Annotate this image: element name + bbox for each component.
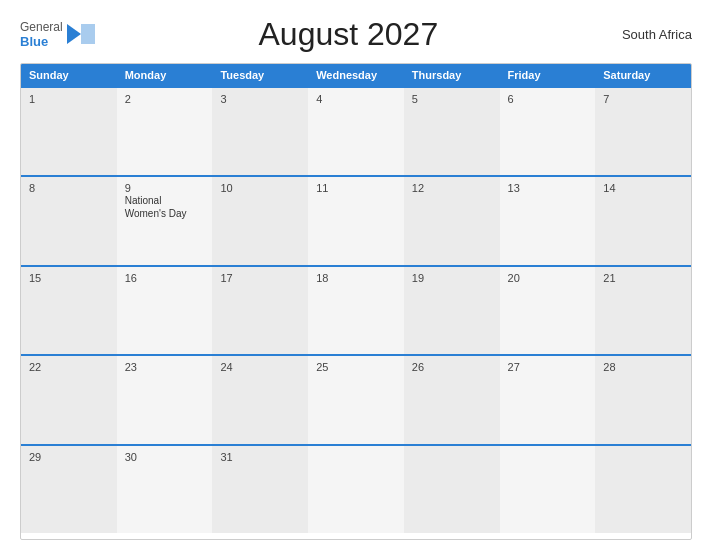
calendar-cell: 13 <box>500 177 596 264</box>
day-number: 9 <box>125 182 205 194</box>
day-header-wednesday: Wednesday <box>308 64 404 86</box>
day-number: 28 <box>603 361 683 373</box>
calendar-week-2: 89National Women's Day1011121314 <box>21 175 691 264</box>
calendar-cell: 30 <box>117 446 213 533</box>
day-number: 6 <box>508 93 588 105</box>
day-number: 27 <box>508 361 588 373</box>
day-number: 14 <box>603 182 683 194</box>
calendar-cell: 3 <box>212 88 308 175</box>
day-number: 4 <box>316 93 396 105</box>
calendar-cell: 31 <box>212 446 308 533</box>
calendar-cell: 25 <box>308 356 404 443</box>
day-header-monday: Monday <box>117 64 213 86</box>
calendar-cell: 20 <box>500 267 596 354</box>
calendar-cell: 6 <box>500 88 596 175</box>
svg-marker-0 <box>67 24 81 44</box>
day-number: 11 <box>316 182 396 194</box>
day-number: 31 <box>220 451 300 463</box>
calendar-event: National Women's Day <box>125 195 187 219</box>
calendar-cell: 15 <box>21 267 117 354</box>
calendar-cell: 16 <box>117 267 213 354</box>
calendar: SundayMondayTuesdayWednesdayThursdayFrid… <box>20 63 692 540</box>
svg-marker-1 <box>81 24 95 44</box>
calendar-body: 123456789National Women's Day10111213141… <box>21 86 691 533</box>
calendar-cell: 5 <box>404 88 500 175</box>
calendar-cell: 8 <box>21 177 117 264</box>
logo-general: General <box>20 20 63 34</box>
calendar-cell: 24 <box>212 356 308 443</box>
calendar-cell: 7 <box>595 88 691 175</box>
logo-text: General Blue <box>20 20 63 50</box>
calendar-cell <box>500 446 596 533</box>
calendar-cell: 12 <box>404 177 500 264</box>
day-number: 18 <box>316 272 396 284</box>
calendar-cell: 22 <box>21 356 117 443</box>
calendar-cell: 21 <box>595 267 691 354</box>
calendar-cell: 26 <box>404 356 500 443</box>
month-title: August 2027 <box>95 16 602 53</box>
day-number: 19 <box>412 272 492 284</box>
calendar-cell: 18 <box>308 267 404 354</box>
day-header-sunday: Sunday <box>21 64 117 86</box>
day-number: 20 <box>508 272 588 284</box>
day-number: 5 <box>412 93 492 105</box>
day-number: 13 <box>508 182 588 194</box>
day-number: 22 <box>29 361 109 373</box>
day-header-friday: Friday <box>500 64 596 86</box>
calendar-week-1: 1234567 <box>21 86 691 175</box>
day-header-saturday: Saturday <box>595 64 691 86</box>
day-number: 16 <box>125 272 205 284</box>
header: General Blue August 2027 South Africa <box>20 16 692 53</box>
calendar-cell: 1 <box>21 88 117 175</box>
calendar-cell: 14 <box>595 177 691 264</box>
day-header-thursday: Thursday <box>404 64 500 86</box>
calendar-cell: 17 <box>212 267 308 354</box>
calendar-cell: 10 <box>212 177 308 264</box>
country-label: South Africa <box>602 27 692 42</box>
page: General Blue August 2027 South Africa Su… <box>0 0 712 550</box>
calendar-cell: 9National Women's Day <box>117 177 213 264</box>
day-number: 17 <box>220 272 300 284</box>
day-number: 8 <box>29 182 109 194</box>
logo-flag-icon <box>67 24 95 44</box>
calendar-cell <box>404 446 500 533</box>
calendar-cell: 23 <box>117 356 213 443</box>
logo-blue: Blue <box>20 34 48 49</box>
calendar-cell: 2 <box>117 88 213 175</box>
day-number: 26 <box>412 361 492 373</box>
day-header-tuesday: Tuesday <box>212 64 308 86</box>
day-number: 23 <box>125 361 205 373</box>
day-number: 12 <box>412 182 492 194</box>
day-number: 30 <box>125 451 205 463</box>
calendar-cell: 29 <box>21 446 117 533</box>
calendar-cell: 11 <box>308 177 404 264</box>
calendar-cell: 27 <box>500 356 596 443</box>
day-number: 25 <box>316 361 396 373</box>
calendar-week-3: 15161718192021 <box>21 265 691 354</box>
day-number: 7 <box>603 93 683 105</box>
day-number: 24 <box>220 361 300 373</box>
calendar-header: SundayMondayTuesdayWednesdayThursdayFrid… <box>21 64 691 86</box>
calendar-cell: 19 <box>404 267 500 354</box>
day-number: 1 <box>29 93 109 105</box>
day-number: 3 <box>220 93 300 105</box>
calendar-cell <box>308 446 404 533</box>
day-number: 2 <box>125 93 205 105</box>
day-number: 21 <box>603 272 683 284</box>
logo: General Blue <box>20 20 95 50</box>
day-number: 15 <box>29 272 109 284</box>
day-number: 10 <box>220 182 300 194</box>
calendar-cell: 28 <box>595 356 691 443</box>
day-number: 29 <box>29 451 109 463</box>
calendar-cell: 4 <box>308 88 404 175</box>
calendar-cell <box>595 446 691 533</box>
calendar-week-5: 293031 <box>21 444 691 533</box>
calendar-week-4: 22232425262728 <box>21 354 691 443</box>
